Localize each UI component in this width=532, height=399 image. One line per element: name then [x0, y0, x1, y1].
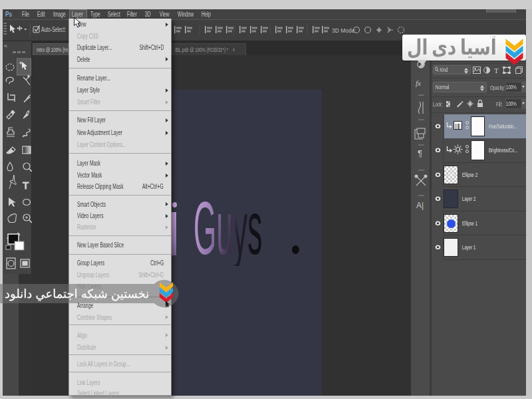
svg-text:T: T: [494, 66, 499, 74]
svg-text:T: T: [23, 180, 29, 191]
svg-text:¶: ¶: [418, 148, 422, 158]
svg-text:3D Mode:: 3D Mode:: [332, 27, 356, 34]
svg-text:fx: fx: [416, 79, 421, 87]
svg-text:«: «: [4, 43, 7, 49]
svg-text:A|: A|: [416, 201, 424, 210]
